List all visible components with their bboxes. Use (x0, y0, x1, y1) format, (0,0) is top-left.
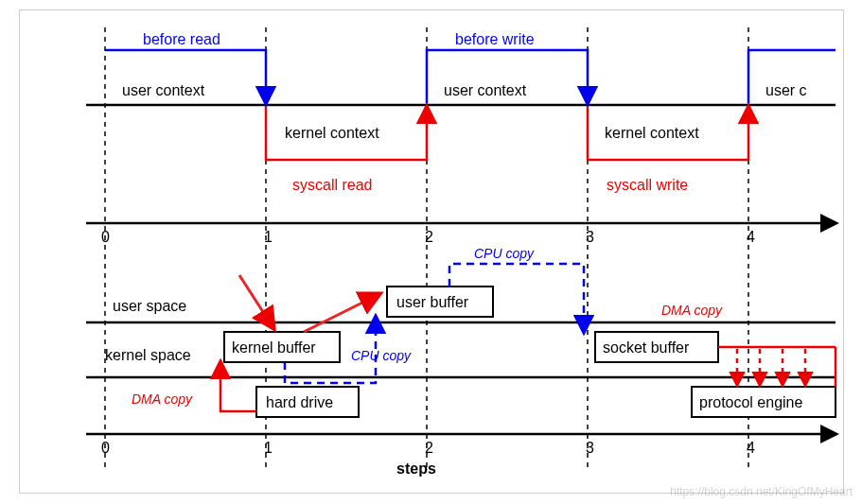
top-tick-0: 0 (101, 229, 110, 245)
label-before-read: before read (143, 31, 220, 47)
node-protocol-engine: protocol engine (699, 394, 803, 410)
bot-tick-3: 3 (586, 440, 594, 456)
label-kernel-context-1: kernel context (285, 125, 379, 141)
label-cpu-copy-2: CPU copy (474, 246, 535, 261)
diagram-frame: before read before write user context us… (19, 9, 844, 494)
label-user-context-2: user context (444, 82, 527, 98)
annotation-arrow-2 (304, 294, 379, 332)
x-axis-label: steps (396, 461, 436, 477)
bot-tick-0: 0 (101, 440, 110, 456)
bot-tick-2: 2 (425, 440, 433, 456)
label-before-write: before write (455, 31, 535, 47)
top-tick-2: 2 (425, 229, 433, 245)
label-dma-copy-2: DMA copy (661, 303, 723, 318)
node-hard-drive: hard drive (266, 394, 333, 410)
node-kernel-buffer: kernel buffer (232, 339, 316, 356)
node-user-buffer: user buffer (396, 294, 469, 310)
label-kernel-context-2: kernel context (605, 125, 699, 141)
label-user-context-3: user c (765, 82, 807, 98)
watermark-text: https://blog.csdn.net/KingOfMyHeart (670, 485, 853, 498)
label-kernel-space: kernel space (105, 347, 191, 363)
bot-tick-1: 1 (264, 440, 273, 456)
node-socket-buffer: socket buffer (603, 339, 690, 356)
bot-tick-4: 4 (747, 440, 755, 456)
annotation-arrow-1 (239, 275, 273, 328)
top-tick-3: 3 (586, 229, 594, 245)
label-cpu-copy-1: CPU copy (351, 348, 412, 363)
label-syscall-read: syscall read (292, 177, 372, 193)
label-user-space: user space (113, 298, 186, 314)
top-tick-1: 1 (264, 229, 273, 245)
label-user-context-1: user context (122, 82, 205, 98)
label-syscall-write: syscall write (607, 177, 688, 193)
label-dma-copy-1: DMA copy (132, 391, 193, 407)
top-context-diagram: before read before write user context us… (86, 31, 836, 245)
top-tick-4: 4 (747, 229, 755, 245)
bottom-space-diagram: user space kernel space user buffer kern… (86, 246, 836, 477)
